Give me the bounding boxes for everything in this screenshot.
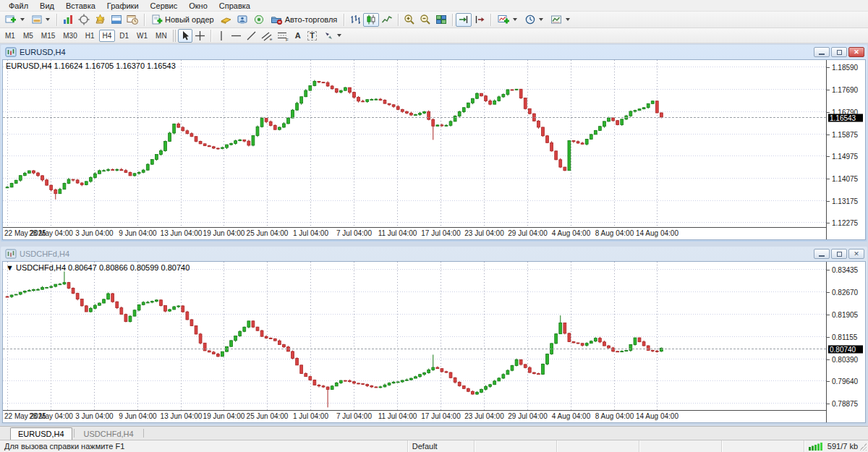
tile-windows-button[interactable]	[433, 13, 449, 27]
timeframe-button-h4[interactable]: H4	[99, 30, 116, 42]
navigator-button[interactable]	[92, 13, 109, 27]
time-axis-usdchf[interactable]: 22 May 202528 May 04:003 Jun 04:009 Jun …	[3, 410, 826, 422]
restore-button[interactable]	[831, 47, 847, 57]
timeframe-button-m5[interactable]: M5	[20, 30, 37, 42]
channel-icon: e	[261, 30, 273, 41]
timeframe-button-mn[interactable]: MN	[152, 30, 171, 42]
price-tick-label: 1.14975	[832, 152, 858, 160]
status-connection[interactable]: 591/7 kb	[804, 440, 868, 452]
crosshair-tool-button[interactable]	[192, 29, 208, 43]
bar-chart-mode-button[interactable]	[347, 13, 363, 27]
candlestick-mode-button[interactable]	[363, 13, 379, 27]
data-window-button[interactable]	[76, 13, 92, 27]
zoom-in-button[interactable]	[401, 13, 417, 27]
crosshair-icon	[195, 30, 205, 41]
toolbar-timeframes-drawing: M1M5M15M30H1H4D1W1MN e F A T	[0, 28, 868, 43]
community-button[interactable]	[234, 13, 251, 27]
chart-tab[interactable]: EURUSD,H4	[10, 427, 72, 440]
metaeditor-button[interactable]	[218, 13, 234, 27]
toolbar-grip[interactable]	[173, 30, 176, 42]
chart-window-usdchf[interactable]: USDCHFd,H4 ✕ ▼ USDCHFd,H4 0.80647 0.8086…	[1, 247, 867, 425]
autotrading-button[interactable]: Авто-торговля	[267, 13, 341, 27]
news-button[interactable]	[251, 13, 267, 27]
strategy-tester-button[interactable]	[124, 13, 141, 27]
timeframe-button-m1[interactable]: M1	[1, 30, 19, 42]
arrows-tool-button[interactable]	[320, 29, 345, 43]
candlestick-plot-usdchf[interactable]: ▼ USDCHFd,H4 0.80647 0.80866 0.80599 0.8…	[3, 262, 826, 410]
mdi-area: EURUSD,H4 ✕ EURUSD,H4 1.16624 1.16705 1.…	[0, 43, 868, 426]
autoscroll-icon	[458, 14, 469, 25]
new-order-button[interactable]: Новый ордер	[148, 13, 218, 27]
menu-item[interactable]: Вставка	[60, 1, 101, 11]
chart-window-icon	[5, 47, 17, 57]
market-watch-button[interactable]	[60, 13, 76, 27]
chart-tab[interactable]: USDCHFd,H4	[76, 427, 142, 440]
profiles-button[interactable]	[28, 13, 54, 27]
restore-button[interactable]	[831, 249, 847, 259]
navigator-icon	[94, 14, 106, 25]
menu-item[interactable]: Графики	[101, 1, 145, 11]
price-tick-mark	[827, 381, 830, 382]
fibonacci-tool-button[interactable]: F	[275, 29, 291, 43]
time-tick-label: 23 Jul 04:00	[464, 229, 504, 237]
chart-canvas	[3, 60, 826, 227]
text-tool-button[interactable]: A	[291, 29, 305, 43]
resize-grip[interactable]	[859, 443, 867, 451]
minimize-button[interactable]	[814, 249, 830, 259]
price-axis-usdchf[interactable]: 0.834350.826700.819050.811550.803900.796…	[826, 262, 865, 422]
status-profile[interactable]: Default	[408, 440, 475, 452]
menu-item[interactable]: Окно	[183, 1, 213, 11]
price-tick-label: 0.79640	[832, 377, 858, 385]
status-section-empty	[639, 440, 722, 452]
time-tick-label: 29 Jul 04:00	[508, 412, 548, 420]
titlebar-eurusd[interactable]: EURUSD,H4 ✕	[2, 46, 866, 59]
separator	[490, 14, 491, 26]
text-label-tool-button[interactable]: T	[305, 29, 320, 43]
timeframe-button-m30[interactable]: M30	[59, 30, 80, 42]
timeframe-button-h1[interactable]: H1	[82, 30, 98, 42]
timeframe-button-w1[interactable]: W1	[133, 30, 151, 42]
periods-button[interactable]	[521, 13, 547, 27]
time-tick-label: 11 Jul 04:00	[378, 412, 417, 420]
time-tick-label: 4 Aug 04:00	[552, 229, 590, 237]
close-button[interactable]: ✕	[848, 249, 864, 259]
timeframe-button-d1[interactable]: D1	[116, 30, 132, 42]
menu-item[interactable]: Сервис	[145, 1, 184, 11]
indicators-button[interactable]	[494, 13, 521, 27]
close-button[interactable]: ✕	[848, 47, 864, 57]
timeframe-button-m15[interactable]: M15	[38, 30, 59, 42]
status-bar: Для вызова справки нажмите F1 Default 59…	[0, 440, 868, 452]
price-tick-mark	[827, 156, 830, 157]
minimize-button[interactable]	[814, 47, 830, 57]
vertical-line-tool-button[interactable]	[214, 29, 229, 43]
trendline-icon	[246, 30, 257, 41]
titlebar-usdchf[interactable]: USDCHFd,H4 ✕	[2, 248, 866, 261]
time-tick-label: 14 Aug 04:00	[636, 229, 678, 237]
terminal-icon	[111, 14, 122, 25]
horizontal-line-tool-button[interactable]	[229, 29, 244, 43]
terminal-button[interactable]	[109, 13, 124, 27]
trendline-tool-button[interactable]	[244, 29, 259, 43]
cursor-tool-button[interactable]	[178, 29, 192, 43]
time-tick-label: 1 Jul 04:00	[293, 412, 328, 420]
autoscroll-button[interactable]	[456, 13, 472, 27]
line-chart-mode-button[interactable]	[379, 13, 395, 27]
equidistant-channel-tool-button[interactable]: e	[259, 29, 275, 43]
menu-item[interactable]: Файл	[3, 1, 34, 11]
menu-item[interactable]: Справка	[213, 1, 256, 11]
chart-shift-button[interactable]	[472, 13, 488, 27]
price-axis-eurusd[interactable]: 1.185901.176901.167901.158751.149751.140…	[826, 60, 865, 239]
new-chart-button[interactable]	[1, 13, 28, 27]
time-axis-eurusd[interactable]: 22 May 202528 May 04:003 Jun 04:009 Jun …	[3, 227, 826, 239]
candlestick-plot-eurusd[interactable]: EURUSD,H4 1.16624 1.16705 1.16370 1.1654…	[3, 60, 826, 227]
price-tick-mark	[827, 135, 830, 135]
autotrading-label: Авто-торговля	[285, 15, 338, 24]
price-tick-mark	[827, 359, 830, 360]
zoom-out-button[interactable]	[417, 13, 433, 27]
profiles-icon	[32, 14, 43, 25]
templates-button[interactable]	[547, 13, 574, 27]
chart-window-eurusd[interactable]: EURUSD,H4 ✕ EURUSD,H4 1.16624 1.16705 1.…	[1, 45, 867, 242]
menu-item[interactable]: Вид	[34, 1, 60, 11]
price-tick-label: 0.78875	[832, 399, 858, 407]
price-tick-mark	[827, 201, 830, 202]
